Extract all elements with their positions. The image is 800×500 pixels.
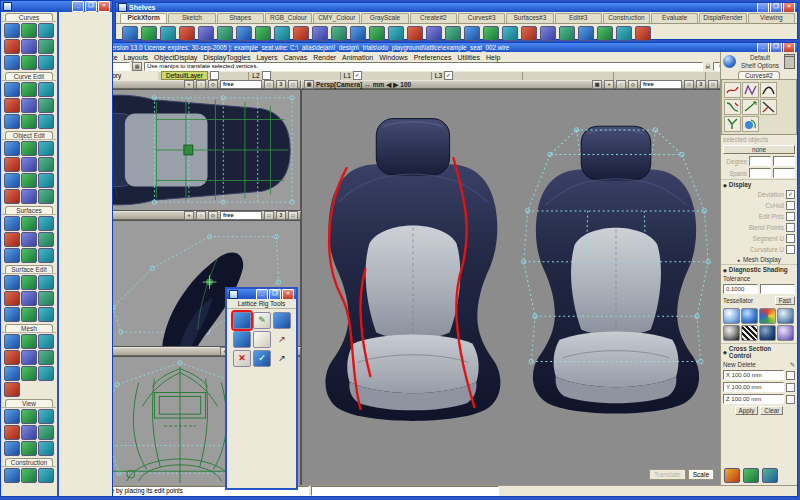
shelf-tab[interactable]: Shapes xyxy=(217,13,264,23)
shelf-tool-icon[interactable] xyxy=(521,26,537,41)
palette-tool-icon[interactable] xyxy=(4,275,20,290)
shelf-tab[interactable]: GrayScale xyxy=(361,13,408,23)
warning-tool-icon[interactable] xyxy=(724,468,740,483)
menu-item[interactable]: ObjectDisplay xyxy=(154,54,197,61)
lattice-tool-icon[interactable] xyxy=(233,331,251,348)
palette-tool-icon[interactable] xyxy=(21,291,37,306)
palette-tool-icon[interactable] xyxy=(21,23,37,38)
shelf-tool-icon[interactable] xyxy=(141,26,157,41)
palette-tool-icon[interactable] xyxy=(38,441,54,456)
curve-tool-icon[interactable] xyxy=(760,99,777,115)
palette-tool-icon[interactable] xyxy=(21,468,37,483)
skull-icon[interactable]: ☠ xyxy=(705,63,711,71)
minimize-icon[interactable]: _ xyxy=(72,1,84,12)
grid-icon[interactable]: ▦ xyxy=(132,62,142,71)
camera-dropdown[interactable]: free xyxy=(220,80,262,89)
menu-item[interactable]: Animation xyxy=(342,54,373,61)
shelf-tab[interactable]: Viewing xyxy=(748,13,795,23)
curve-tool-icon[interactable] xyxy=(724,82,741,98)
display-checkbox[interactable] xyxy=(786,223,795,232)
minimize-icon[interactable]: _ xyxy=(757,43,769,52)
palette-tool-icon[interactable] xyxy=(21,98,37,113)
palette-section-curve-edit[interactable]: Curve Edit xyxy=(5,72,53,80)
palette-tool-icon[interactable] xyxy=(21,425,37,440)
tolerance-value[interactable]: 0.1000 xyxy=(723,284,758,294)
palette-tool-icon[interactable] xyxy=(38,114,54,129)
scale-button[interactable]: Scale xyxy=(688,469,714,480)
palette-tool-icon[interactable] xyxy=(4,468,20,483)
display-checkbox[interactable] xyxy=(786,245,795,254)
shader-swatch[interactable] xyxy=(759,308,776,324)
lattice-titlebar[interactable]: _ ❐ × xyxy=(227,289,296,299)
menu-item[interactable]: Layers xyxy=(256,54,277,61)
palette-tool-icon[interactable] xyxy=(21,441,37,456)
shelf-tab[interactable]: Construction xyxy=(603,13,650,23)
layer-checkbox[interactable] xyxy=(210,71,219,80)
palette-section-surfaces[interactable]: Surfaces xyxy=(5,206,53,214)
shelf-tool-icon[interactable] xyxy=(179,26,195,41)
menu-item[interactable]: Windows xyxy=(379,54,407,61)
palette-tool-icon[interactable] xyxy=(4,307,20,322)
palette-tool-icon[interactable] xyxy=(21,141,37,156)
shelf-tool-icon[interactable] xyxy=(407,26,423,41)
palette-tool-icon[interactable] xyxy=(38,55,54,70)
menu-item[interactable]: Render xyxy=(313,54,336,61)
translate-button[interactable]: Translate xyxy=(649,469,686,480)
palette-tool-icon[interactable] xyxy=(21,173,37,188)
palette-tool-icon[interactable] xyxy=(38,307,54,322)
curve-tool-icon[interactable] xyxy=(742,99,759,115)
palette-tool-icon[interactable] xyxy=(21,307,37,322)
palette-section-surface-edit[interactable]: Surface Edit xyxy=(5,265,53,273)
shelf-tool-icon[interactable] xyxy=(635,26,651,41)
shelf-tool-icon[interactable] xyxy=(312,26,328,41)
shelf-tab[interactable]: Curves#3 xyxy=(458,13,505,23)
palette-tool-icon[interactable] xyxy=(21,248,37,263)
maximize-icon[interactable]: ❐ xyxy=(85,1,97,12)
degree-field2[interactable] xyxy=(773,156,795,166)
palette-tool-icon[interactable] xyxy=(38,173,54,188)
cross-z-checkbox[interactable] xyxy=(786,395,795,404)
shelf-tab[interactable]: Surfaces#3 xyxy=(506,13,553,23)
track-icon[interactable]: ◇ xyxy=(208,211,218,220)
maximize-icon[interactable]: ❐ xyxy=(269,289,281,299)
shelf-tool-icon[interactable] xyxy=(464,26,480,41)
palette-tool-icon[interactable] xyxy=(4,291,20,306)
palette-tool-icon[interactable] xyxy=(38,216,54,231)
minimize-icon[interactable]: _ xyxy=(757,3,769,12)
shelf-tool-icon[interactable] xyxy=(502,26,518,41)
shelf-tool-icon[interactable] xyxy=(369,26,385,41)
palette-tool-icon[interactable] xyxy=(38,98,54,113)
shelf-tool-icon[interactable] xyxy=(236,26,252,41)
shader-swatch[interactable] xyxy=(723,308,740,324)
lattice-create-tool-icon[interactable] xyxy=(233,312,251,329)
spans-field2[interactable] xyxy=(773,168,795,178)
close-icon[interactable]: × xyxy=(282,289,294,299)
layer-cell-empty[interactable] xyxy=(523,72,614,80)
mesh-display-row[interactable]: ● Mesh Display xyxy=(721,255,797,264)
lattice-pick-tool-icon[interactable]: ↗ xyxy=(273,350,291,367)
layer-cell-default[interactable]: DefaultLayer xyxy=(158,72,249,80)
shader-swatch[interactable] xyxy=(759,325,776,341)
diagnostic-section-header[interactable]: ◆ Diagnostic Shading xyxy=(721,264,797,274)
shelf-tab[interactable]: Evaluate xyxy=(651,13,698,23)
three-icon[interactable]: 3 xyxy=(276,211,286,220)
layer-cell-empty[interactable] xyxy=(614,72,705,80)
shelf-tab[interactable]: Create#2 xyxy=(410,13,457,23)
zoom-icon[interactable]: + xyxy=(184,211,194,220)
blue-tool-icon[interactable] xyxy=(743,468,759,483)
palette-tool-icon[interactable] xyxy=(4,232,20,247)
shader-swatch[interactable] xyxy=(741,325,758,341)
palette-tool-icon[interactable] xyxy=(38,39,54,54)
maximize-icon[interactable]: ❐ xyxy=(770,43,782,52)
display-checkbox[interactable] xyxy=(786,234,795,243)
tessellator-fast-button[interactable]: Fast xyxy=(775,296,795,305)
page-icon[interactable]: □ xyxy=(264,211,274,220)
palette-tool-icon[interactable] xyxy=(4,55,20,70)
palette-tool-icon[interactable] xyxy=(21,366,37,381)
lattice-tool-icon[interactable] xyxy=(273,312,291,329)
palette-tool-icon[interactable] xyxy=(4,409,20,424)
palette-tool-icon[interactable] xyxy=(38,248,54,263)
curve-tool-icon[interactable] xyxy=(742,82,759,98)
lattice-arrow-tool-icon[interactable]: ↗ xyxy=(273,331,291,348)
shelf-tool-icon[interactable] xyxy=(388,26,404,41)
